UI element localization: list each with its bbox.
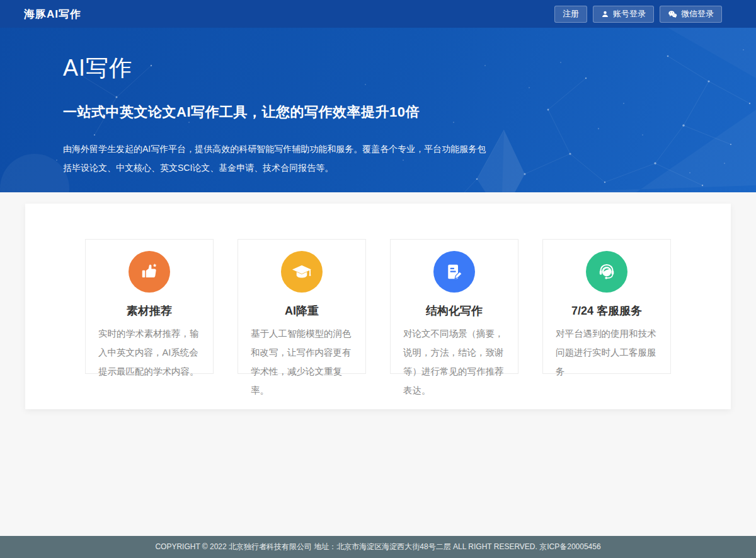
feature-title: 7/24 客服服务 [556, 303, 658, 318]
feature-description: 实时的学术素材推荐，输入中英文内容，AI系统会提示最匹配的学术内容。 [98, 324, 200, 381]
features-panel: 素材推荐 实时的学术素材推荐，输入中英文内容，AI系统会提示最匹配的学术内容。 … [25, 204, 731, 409]
hero-content: AI写作 一站式中英文论文AI写作工具，让您的写作效率提升10倍 由海外留学生发… [63, 28, 693, 177]
navbar: 海豚AI写作 注册 账号登录 微信登录 [0, 0, 756, 28]
account-login-label: 账号登录 [613, 8, 646, 20]
feature-description: 基于人工智能模型的润色和改写，让写作内容更有学术性，减少论文重复率。 [251, 324, 353, 400]
nav-actions: 注册 账号登录 微信登录 [554, 6, 722, 23]
feature-title: AI降重 [251, 303, 353, 318]
feature-title: 结构化写作 [403, 303, 505, 318]
wechat-login-button[interactable]: 微信登录 [660, 6, 722, 23]
feature-card-ai-rewrite: AI降重 基于人工智能模型的润色和改写，让写作内容更有学术性，减少论文重复率。 [238, 239, 366, 374]
hero-banner: AI写作 一站式中英文论文AI写作工具，让您的写作效率提升10倍 由海外留学生发… [0, 28, 756, 192]
feature-description: 对论文不同场景（摘要，说明，方法，结论，致谢等）进行常见的写作推荐表达。 [403, 324, 505, 400]
customer-service-icon [586, 251, 627, 293]
wechat-login-label: 微信登录 [681, 8, 714, 20]
wechat-icon [668, 9, 677, 19]
hero-title: AI写作 [63, 53, 693, 84]
feature-description: 对平台遇到的使用和技术问题进行实时人工客服服务 [556, 324, 658, 381]
copyright-text: COPYRIGHT © 2022 北京独行者科技有限公司 地址：北京市海淀区海淀… [155, 542, 600, 551]
register-button[interactable]: 注册 [554, 6, 587, 23]
thumbs-up-star-icon [129, 251, 170, 293]
feature-cards: 素材推荐 实时的学术素材推荐，输入中英文内容，AI系统会提示最匹配的学术内容。 … [25, 239, 731, 374]
hero-subtitle: 一站式中英文论文AI写作工具，让您的写作效率提升10倍 [63, 103, 693, 122]
feature-title: 素材推荐 [98, 303, 200, 318]
feature-card-material: 素材推荐 实时的学术素材推荐，输入中英文内容，AI系统会提示最匹配的学术内容。 [85, 239, 214, 374]
feature-card-structured-writing: 结构化写作 对论文不同场景（摘要，说明，方法，结论，致谢等）进行常见的写作推荐表… [390, 239, 518, 374]
feature-card-customer-service: 7/24 客服服务 对平台遇到的使用和技术问题进行实时人工客服服务 [542, 239, 671, 374]
main-content: 素材推荐 实时的学术素材推荐，输入中英文内容，AI系统会提示最匹配的学术内容。 … [0, 192, 756, 409]
footer: COPYRIGHT © 2022 北京独行者科技有限公司 地址：北京市海淀区海淀… [0, 536, 756, 558]
account-login-button[interactable]: 账号登录 [593, 6, 654, 23]
graduation-cap-icon [281, 251, 323, 293]
register-button-label: 注册 [563, 8, 579, 20]
user-icon [601, 10, 609, 18]
document-edit-icon [433, 251, 475, 293]
hero-description: 由海外留学生发起的AI写作平台，提供高效的科研智能写作辅助功能和服务。覆盖各个专… [63, 139, 491, 177]
brand-logo[interactable]: 海豚AI写作 [24, 7, 81, 21]
